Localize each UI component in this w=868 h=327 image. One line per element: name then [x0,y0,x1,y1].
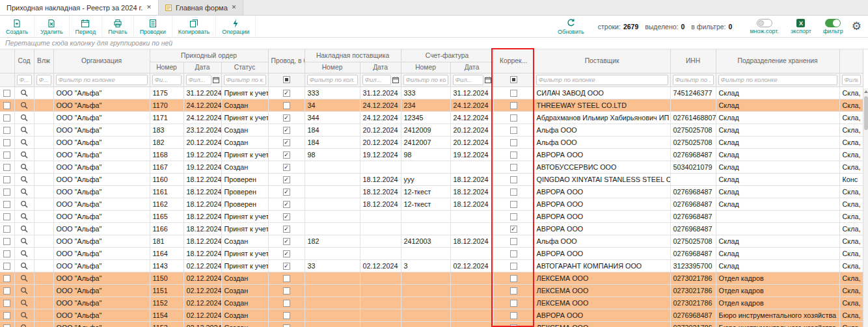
table-row[interactable]: ООО "Альфа"18220.12.2024Создан✓18420.12.… [0,136,863,148]
status-filter-input[interactable] [224,75,266,85]
unchecked-checkbox[interactable] [283,312,290,319]
correction-checkbox-cell[interactable] [493,284,534,296]
checked-checkbox[interactable]: ✓ [283,238,290,245]
posted-checkbox-cell[interactable]: ✓ [268,247,305,259]
period-button[interactable]: Период [70,16,103,37]
correction-checkbox-cell[interactable] [493,124,534,136]
checkbox[interactable] [3,250,10,257]
checkbox[interactable] [3,275,10,282]
open-record-icon[interactable] [14,272,34,284]
open-record-icon[interactable] [14,198,34,210]
correction-checkbox-cell[interactable] [493,296,534,309]
postings-button[interactable]: Проводки [134,16,172,37]
settings-gear-icon[interactable]: ⚙ [849,16,868,37]
table-row[interactable]: ООО "Альфа"115202.12.2024СозданЛЕКСЕМА О… [0,296,863,309]
scroll-up-arrow-icon[interactable] [864,90,868,93]
unchecked-checkbox[interactable] [510,189,517,196]
checkbox[interactable] [3,300,10,307]
unchecked-checkbox[interactable] [510,287,517,294]
checked-checkbox[interactable]: ✓ [283,189,290,196]
row-select-checkbox[interactable] [0,321,14,327]
row-select-checkbox[interactable] [0,111,14,124]
posted-checkbox-cell[interactable] [268,296,305,309]
posted-checkbox-cell[interactable]: ✓ [268,222,305,235]
checkbox[interactable] [3,201,10,208]
refresh-button[interactable]: Обновить [552,16,590,37]
checked-checkbox[interactable]: ✓ [283,201,290,208]
sf-number-filter-input[interactable] [403,75,448,85]
open-record-icon[interactable] [14,284,34,296]
inn-filter-input[interactable] [673,75,714,85]
posted-checkbox-cell[interactable]: ✓ [268,185,305,198]
warehouse-filter-input[interactable] [842,75,861,85]
checkbox[interactable] [3,164,10,171]
open-record-icon[interactable] [14,309,34,321]
tab-registry[interactable]: Приходная накладная - Реестр за 2024 г. … [0,0,159,15]
column-header-status[interactable]: Статус [221,62,268,73]
row-select-checkbox[interactable] [0,210,14,222]
open-record-icon[interactable] [14,86,34,99]
open-record-icon[interactable] [14,99,34,111]
unchecked-checkbox[interactable] [283,102,290,109]
order-number-filter-input[interactable] [152,75,182,85]
correction-checkbox-cell[interactable] [493,148,534,161]
unchecked-checkbox[interactable] [510,114,517,122]
row-select-checkbox[interactable] [0,272,14,284]
row-select-checkbox[interactable] [0,124,14,136]
calendar-icon[interactable] [213,77,219,83]
unchecked-checkbox[interactable] [510,213,517,220]
column-header-sf-date[interactable]: Дата [450,62,493,73]
unchecked-checkbox[interactable] [510,201,517,208]
column-header-department[interactable]: Подразделение хранения [716,49,839,73]
posted-checkbox-cell[interactable]: ✓ [268,86,305,99]
create-button[interactable]: Создать [0,16,34,37]
checkbox[interactable] [3,102,10,109]
column-header-invoice-number[interactable]: Номер [305,62,360,73]
print-button[interactable]: Печать [102,16,133,37]
correction-checkbox-cell[interactable] [493,161,534,173]
table-row[interactable]: ООО "Альфа"115302.12.2024СозданЛЕКСЕМА О… [0,321,863,327]
close-icon[interactable]: ✕ [232,5,237,10]
correction-checkbox-cell[interactable] [493,259,534,272]
unchecked-checkbox[interactable] [510,127,517,134]
posted-checkbox-cell[interactable]: ✓ [268,136,305,148]
row-select-checkbox[interactable] [0,185,14,198]
posted-checkbox-cell[interactable]: ✓ [268,259,305,272]
checked-checkbox[interactable]: ✓ [283,263,290,270]
table-row[interactable]: ООО "Альфа"18118.12.2024Создан✓182241200… [0,235,863,247]
tab-main-form[interactable]: Главная форма ✕ [159,0,243,15]
table-row[interactable]: ООО "Альфа"116819.12.2024Принят к учету✓… [0,148,863,161]
correction-checkbox-cell[interactable] [493,198,534,210]
correction-checkbox-cell[interactable] [493,111,534,124]
checked-checkbox[interactable]: ✓ [283,127,290,134]
correction-checkbox-cell[interactable] [493,136,534,148]
calendar-icon[interactable] [485,77,491,83]
column-header-inn[interactable]: ИНН [670,49,716,73]
column-header-correction[interactable]: Коррек... [493,49,534,73]
table-row[interactable]: ООО "Альфа"115402.12.2024СозданАВРОРА ОО… [0,309,863,321]
checked-checkbox[interactable]: ✓ [283,226,290,233]
row-select-checkbox[interactable] [0,309,14,321]
column-header-order-number[interactable]: Номер [150,62,183,73]
checked-checkbox[interactable]: ✓ [283,151,290,159]
unchecked-checkbox[interactable] [283,287,290,294]
column-header-organization[interactable]: Организация [53,49,150,73]
correction-checkbox-cell[interactable] [493,99,534,111]
posted-checkbox-cell[interactable]: ✓ [268,161,305,173]
table-row[interactable]: ООО "Альфа"116118.12.2024Проверен✓18.12.… [0,185,863,198]
multisort-toggle-off-icon[interactable] [757,19,772,27]
sod-filter-input[interactable] [17,75,32,85]
posted-checkbox-cell[interactable] [268,272,305,284]
table-row[interactable]: ООО "Альфа"116518.12.2024Принят к учету✓… [0,210,863,222]
column-header-sod[interactable]: Сод [14,49,34,73]
open-record-icon[interactable] [14,124,34,136]
posted-filter-checkbox[interactable] [283,76,290,83]
posted-checkbox-cell[interactable] [268,321,305,327]
table-row[interactable]: ООО "Альфа"115102.12.2024СозданЛЕКСЕМА О… [0,284,863,296]
unchecked-checkbox[interactable] [510,164,517,171]
close-icon[interactable]: ✕ [146,5,152,10]
row-select-checkbox[interactable] [0,173,14,185]
posted-checkbox-cell[interactable]: ✓ [268,111,305,124]
scrollbar-thumb[interactable] [864,96,868,130]
open-record-icon[interactable] [14,136,34,148]
